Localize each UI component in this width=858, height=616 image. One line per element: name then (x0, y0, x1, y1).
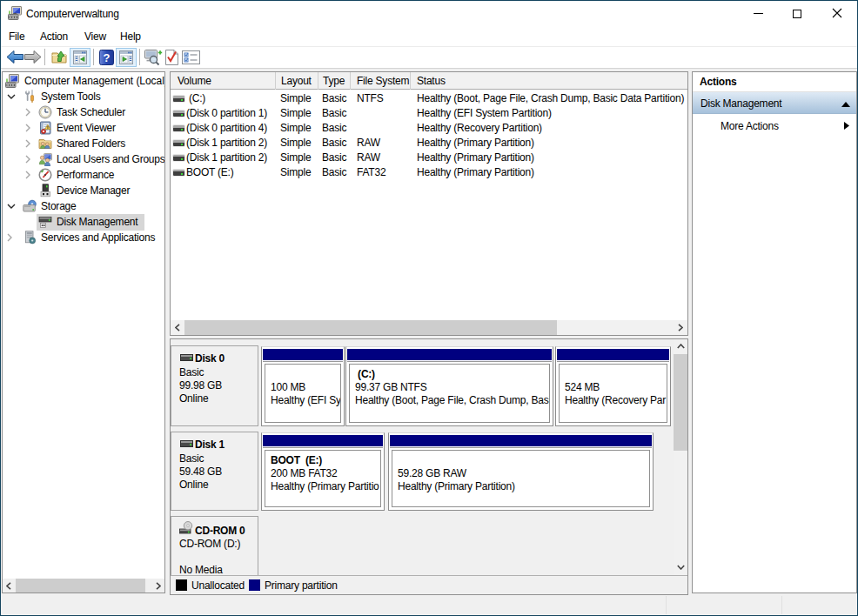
svg-text:?: ? (104, 51, 111, 64)
